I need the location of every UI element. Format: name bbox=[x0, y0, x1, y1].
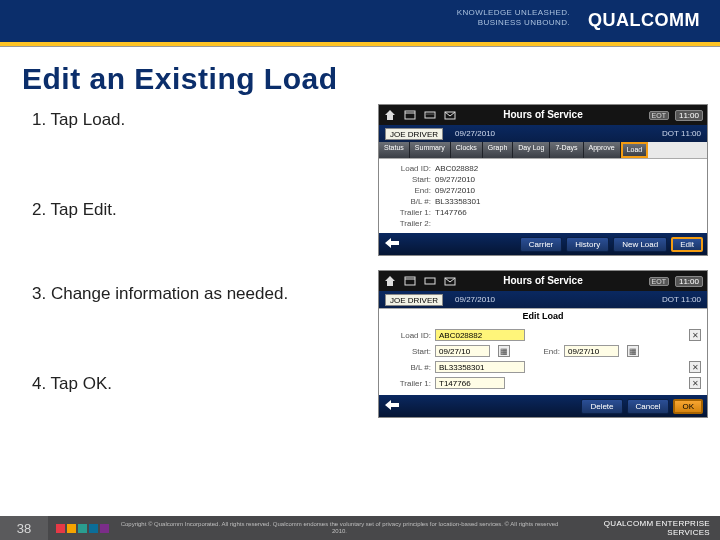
svg-text:QUALCOMM: QUALCOMM bbox=[588, 10, 700, 30]
history-button[interactable]: History bbox=[566, 237, 609, 252]
label-trailer1: Trailer 1: bbox=[385, 208, 431, 217]
tab-load[interactable]: Load bbox=[621, 142, 649, 158]
clock: 11:00 bbox=[675, 110, 703, 121]
svg-point-7 bbox=[433, 114, 434, 115]
edit-load-subtitle: Edit Load bbox=[379, 308, 707, 323]
home-icon[interactable] bbox=[383, 275, 397, 287]
input-bl[interactable]: BL33358301 bbox=[435, 361, 525, 373]
end-picker-icon[interactable]: ▦ bbox=[627, 345, 639, 357]
back-icon[interactable] bbox=[383, 236, 401, 252]
input-end[interactable]: 09/27/10 bbox=[564, 345, 619, 357]
screenshot-load-tab: Hours of Service EOT 11:00 JOE DRIVER 09… bbox=[378, 104, 708, 256]
label-trailer2: Trailer 2: bbox=[385, 219, 431, 228]
user-dropdown-2[interactable]: JOE DRIVER bbox=[385, 294, 443, 306]
svg-rect-1 bbox=[405, 111, 415, 119]
label-loadid: Load ID: bbox=[385, 164, 431, 173]
tab-summary[interactable]: Summary bbox=[410, 142, 451, 158]
accent-underline bbox=[0, 42, 720, 46]
newload-button[interactable]: New Load bbox=[613, 237, 667, 252]
clear-bl-icon[interactable]: ✕ bbox=[689, 361, 701, 373]
slide-title: Edit an Existing Load bbox=[22, 62, 338, 96]
qualcomm-logo: QUALCOMM bbox=[588, 6, 708, 34]
svg-point-6 bbox=[431, 114, 432, 115]
svg-point-4 bbox=[427, 114, 428, 115]
mail-icon[interactable] bbox=[443, 109, 457, 121]
tab-7days[interactable]: 7-Days bbox=[550, 142, 583, 158]
ok-button[interactable]: OK bbox=[673, 399, 703, 414]
page-number: 38 bbox=[0, 516, 48, 540]
eot-badge-2: EOT bbox=[649, 277, 669, 286]
tab-approve[interactable]: Approve bbox=[584, 142, 621, 158]
back-icon-2[interactable] bbox=[383, 398, 401, 414]
brand-bar: KNOWLEDGE UNLEASHED. BUSINESS UNBOUND. Q… bbox=[0, 0, 720, 42]
label-bl: B/L #: bbox=[385, 197, 431, 206]
carrier-button[interactable]: Carrier bbox=[520, 237, 562, 252]
tab-clocks[interactable]: Clocks bbox=[451, 142, 483, 158]
home-icon[interactable] bbox=[383, 109, 397, 121]
step-3: 3. Change information as needed. bbox=[32, 284, 362, 304]
device-topbar-2: EOT 11:00 bbox=[379, 271, 707, 291]
user-row-2: JOE DRIVER 09/27/2010 DOT 11:00 bbox=[379, 291, 707, 308]
delete-button[interactable]: Delete bbox=[581, 399, 622, 414]
svg-rect-11 bbox=[425, 278, 435, 284]
label-start: Start: bbox=[385, 175, 431, 184]
eot-badge: EOT bbox=[649, 111, 669, 120]
edit-button[interactable]: Edit bbox=[671, 237, 703, 252]
clock-2: 11:00 bbox=[675, 276, 703, 287]
row-date-2: 09/27/2010 bbox=[455, 295, 495, 304]
edit-load-form: Load ID: ABC028882 ✕ Start: 09/27/10 ▦ E… bbox=[379, 323, 707, 395]
value-end: 09/27/2010 bbox=[435, 186, 475, 195]
screenshot-edit-load: Hours of Service EOT 11:00 JOE DRIVER 09… bbox=[378, 270, 708, 418]
footer-copyright: Copyright © Qualcomm Incorporated. All r… bbox=[109, 521, 570, 534]
slide-footer: 38 Copyright © Qualcomm Incorporated. Al… bbox=[0, 516, 720, 540]
user-dropdown[interactable]: JOE DRIVER bbox=[385, 128, 443, 140]
svg-point-5 bbox=[429, 114, 430, 115]
step-4: 4. Tap OK. bbox=[32, 374, 362, 394]
svg-rect-3 bbox=[425, 112, 435, 118]
value-start: 09/27/2010 bbox=[435, 175, 475, 184]
footer-squares bbox=[56, 524, 109, 533]
step-2: 2. Tap Edit. bbox=[32, 200, 362, 220]
row-dot-2: DOT 11:00 bbox=[662, 295, 701, 304]
value-trailer1: T147766 bbox=[435, 208, 467, 217]
user-row: JOE DRIVER 09/27/2010 DOT 11:00 bbox=[379, 125, 707, 142]
input-start[interactable]: 09/27/10 bbox=[435, 345, 490, 357]
clear-trailer1-icon[interactable]: ✕ bbox=[689, 377, 701, 389]
label-end: End: bbox=[385, 186, 431, 195]
steps-list: 1. Tap Load. 2. Tap Edit. 3. Change info… bbox=[32, 110, 362, 464]
footer-logo: QUALCOMM ENTERPRISE SERVICES bbox=[570, 519, 720, 537]
bottom-bar-2: Delete Cancel OK bbox=[379, 395, 707, 417]
value-loadid: ABC028882 bbox=[435, 164, 478, 173]
label-end-2: End: bbox=[530, 347, 560, 356]
load-details: Load ID:ABC028882 Start:09/27/2010 End:0… bbox=[379, 158, 707, 233]
tab-graph[interactable]: Graph bbox=[483, 142, 513, 158]
tabs-row: Status Summary Clocks Graph Day Log 7-Da… bbox=[379, 142, 707, 158]
start-picker-icon[interactable]: ▦ bbox=[498, 345, 510, 357]
window-icon[interactable] bbox=[403, 275, 417, 287]
bottom-bar-1: Carrier History New Load Edit bbox=[379, 233, 707, 255]
tagline-line1: KNOWLEDGE UNLEASHED. bbox=[457, 8, 570, 18]
step-1: 1. Tap Load. bbox=[32, 110, 362, 130]
device-topbar: EOT 11:00 bbox=[379, 105, 707, 125]
label-bl-2: B/L #: bbox=[385, 363, 431, 372]
cancel-button[interactable]: Cancel bbox=[627, 399, 670, 414]
input-loadid[interactable]: ABC028882 bbox=[435, 329, 525, 341]
keyboard-icon[interactable] bbox=[423, 109, 437, 121]
row-date: 09/27/2010 bbox=[455, 129, 495, 138]
brand-tagline: KNOWLEDGE UNLEASHED. BUSINESS UNBOUND. bbox=[457, 8, 570, 27]
label-start-2: Start: bbox=[385, 347, 431, 356]
clear-loadid-icon[interactable]: ✕ bbox=[689, 329, 701, 341]
value-bl: BL33358301 bbox=[435, 197, 480, 206]
tagline-line2: BUSINESS UNBOUND. bbox=[457, 18, 570, 28]
window-icon[interactable] bbox=[403, 109, 417, 121]
tab-status[interactable]: Status bbox=[379, 142, 410, 158]
label-trailer1-2: Trailer 1: bbox=[385, 379, 431, 388]
tab-daylog[interactable]: Day Log bbox=[513, 142, 550, 158]
row-dot: DOT 11:00 bbox=[662, 129, 701, 138]
mail-icon[interactable] bbox=[443, 275, 457, 287]
label-loadid-2: Load ID: bbox=[385, 331, 431, 340]
svg-rect-9 bbox=[405, 277, 415, 285]
input-trailer1[interactable]: T147766 bbox=[435, 377, 505, 389]
keyboard-icon[interactable] bbox=[423, 275, 437, 287]
